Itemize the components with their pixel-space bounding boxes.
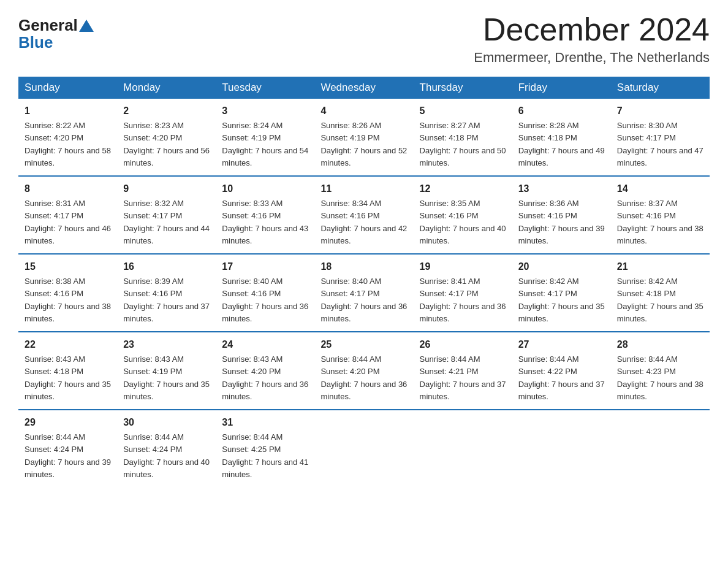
day-info: Sunrise: 8:39 AMSunset: 4:16 PMDaylight:…	[123, 277, 210, 323]
calendar-cell: 22 Sunrise: 8:43 AMSunset: 4:18 PMDaylig…	[18, 332, 117, 410]
calendar-cell: 17 Sunrise: 8:40 AMSunset: 4:16 PMDaylig…	[216, 254, 314, 332]
week-row-3: 22 Sunrise: 8:43 AMSunset: 4:18 PMDaylig…	[18, 332, 710, 410]
day-info: Sunrise: 8:22 AMSunset: 4:20 PMDaylight:…	[25, 121, 111, 167]
header-day-thursday: Thursday	[414, 77, 512, 99]
calendar-cell	[512, 410, 611, 487]
day-info: Sunrise: 8:41 AMSunset: 4:17 PMDaylight:…	[420, 277, 506, 323]
day-number: 8	[25, 182, 111, 196]
day-info: Sunrise: 8:44 AMSunset: 4:22 PMDaylight:…	[518, 354, 605, 401]
week-row-2: 15 Sunrise: 8:38 AMSunset: 4:16 PMDaylig…	[18, 254, 710, 332]
calendar-cell: 7 Sunrise: 8:30 AMSunset: 4:17 PMDayligh…	[611, 99, 710, 176]
day-info: Sunrise: 8:24 AMSunset: 4:19 PMDaylight:…	[222, 121, 308, 167]
calendar-cell: 30 Sunrise: 8:44 AMSunset: 4:24 PMDaylig…	[117, 410, 216, 487]
logo: General Blue	[18, 17, 95, 52]
day-info: Sunrise: 8:44 AMSunset: 4:24 PMDaylight:…	[25, 432, 111, 479]
day-number: 10	[222, 182, 308, 196]
day-info: Sunrise: 8:42 AMSunset: 4:17 PMDaylight:…	[518, 277, 605, 323]
day-info: Sunrise: 8:43 AMSunset: 4:18 PMDaylight:…	[25, 354, 111, 401]
day-number: 22	[25, 337, 111, 352]
day-number: 3	[222, 104, 308, 118]
day-info: Sunrise: 8:44 AMSunset: 4:20 PMDaylight:…	[320, 354, 407, 401]
day-info: Sunrise: 8:40 AMSunset: 4:17 PMDaylight:…	[320, 277, 407, 323]
day-number: 9	[123, 182, 210, 196]
header: General Blue December 2024 Emmermeer, Dr…	[18, 12, 710, 66]
day-number: 5	[420, 104, 506, 118]
day-info: Sunrise: 8:44 AMSunset: 4:21 PMDaylight:…	[420, 354, 506, 401]
day-number: 29	[25, 415, 111, 430]
calendar-cell: 25 Sunrise: 8:44 AMSunset: 4:20 PMDaylig…	[314, 332, 413, 410]
day-info: Sunrise: 8:43 AMSunset: 4:20 PMDaylight:…	[222, 354, 308, 401]
day-number: 23	[123, 337, 210, 352]
day-number: 6	[518, 104, 605, 118]
day-number: 27	[518, 337, 605, 352]
day-number: 30	[123, 415, 210, 430]
calendar-cell: 9 Sunrise: 8:32 AMSunset: 4:17 PMDayligh…	[117, 176, 216, 254]
header-row: SundayMondayTuesdayWednesdayThursdayFrid…	[18, 77, 710, 99]
logo-blue-text: Blue	[18, 33, 53, 52]
header-day-wednesday: Wednesday	[314, 77, 413, 99]
header-day-sunday: Sunday	[18, 77, 117, 99]
title-area: December 2024 Emmermeer, Drenthe, The Ne…	[474, 12, 710, 66]
day-number: 17	[222, 259, 308, 274]
calendar-cell: 3 Sunrise: 8:24 AMSunset: 4:19 PMDayligh…	[216, 99, 314, 176]
calendar-cell: 20 Sunrise: 8:42 AMSunset: 4:17 PMDaylig…	[512, 254, 611, 332]
calendar-cell: 16 Sunrise: 8:39 AMSunset: 4:16 PMDaylig…	[117, 254, 216, 332]
calendar-table: SundayMondayTuesdayWednesdayThursdayFrid…	[18, 77, 710, 487]
day-info: Sunrise: 8:33 AMSunset: 4:16 PMDaylight:…	[222, 199, 308, 245]
day-number: 26	[420, 337, 506, 352]
day-number: 16	[123, 259, 210, 274]
calendar-cell: 5 Sunrise: 8:27 AMSunset: 4:18 PMDayligh…	[414, 99, 512, 176]
logo-triangle-icon	[79, 20, 94, 32]
header-day-friday: Friday	[512, 77, 611, 99]
day-info: Sunrise: 8:30 AMSunset: 4:17 PMDaylight:…	[617, 121, 703, 167]
day-number: 18	[320, 259, 407, 274]
calendar-cell: 10 Sunrise: 8:33 AMSunset: 4:16 PMDaylig…	[216, 176, 314, 254]
day-number: 13	[518, 182, 605, 196]
day-number: 7	[617, 104, 703, 118]
day-info: Sunrise: 8:32 AMSunset: 4:17 PMDaylight:…	[123, 199, 210, 245]
calendar-cell: 24 Sunrise: 8:43 AMSunset: 4:20 PMDaylig…	[216, 332, 314, 410]
calendar-cell: 23 Sunrise: 8:43 AMSunset: 4:19 PMDaylig…	[117, 332, 216, 410]
day-info: Sunrise: 8:36 AMSunset: 4:16 PMDaylight:…	[518, 199, 605, 245]
day-info: Sunrise: 8:44 AMSunset: 4:24 PMDaylight:…	[123, 432, 210, 479]
day-number: 1	[25, 104, 111, 118]
week-row-4: 29 Sunrise: 8:44 AMSunset: 4:24 PMDaylig…	[18, 410, 710, 487]
header-day-monday: Monday	[117, 77, 216, 99]
month-title: December 2024	[474, 12, 710, 47]
calendar-cell	[611, 410, 710, 487]
header-day-saturday: Saturday	[611, 77, 710, 99]
day-info: Sunrise: 8:37 AMSunset: 4:16 PMDaylight:…	[617, 199, 703, 245]
calendar-cell: 19 Sunrise: 8:41 AMSunset: 4:17 PMDaylig…	[414, 254, 512, 332]
day-number: 12	[420, 182, 506, 196]
calendar-cell: 8 Sunrise: 8:31 AMSunset: 4:17 PMDayligh…	[18, 176, 117, 254]
calendar-cell: 31 Sunrise: 8:44 AMSunset: 4:25 PMDaylig…	[216, 410, 314, 487]
day-number: 31	[222, 415, 308, 430]
day-info: Sunrise: 8:23 AMSunset: 4:20 PMDaylight:…	[123, 121, 210, 167]
calendar-cell: 29 Sunrise: 8:44 AMSunset: 4:24 PMDaylig…	[18, 410, 117, 487]
calendar-cell: 1 Sunrise: 8:22 AMSunset: 4:20 PMDayligh…	[18, 99, 117, 176]
calendar-cell: 2 Sunrise: 8:23 AMSunset: 4:20 PMDayligh…	[117, 99, 216, 176]
calendar-cell: 4 Sunrise: 8:26 AMSunset: 4:19 PMDayligh…	[314, 99, 413, 176]
calendar-cell: 13 Sunrise: 8:36 AMSunset: 4:16 PMDaylig…	[512, 176, 611, 254]
day-info: Sunrise: 8:40 AMSunset: 4:16 PMDaylight:…	[222, 277, 308, 323]
calendar-cell: 11 Sunrise: 8:34 AMSunset: 4:16 PMDaylig…	[314, 176, 413, 254]
day-number: 15	[25, 259, 111, 274]
day-info: Sunrise: 8:27 AMSunset: 4:18 PMDaylight:…	[420, 121, 506, 167]
day-info: Sunrise: 8:35 AMSunset: 4:16 PMDaylight:…	[420, 199, 506, 245]
calendar-cell	[414, 410, 512, 487]
day-info: Sunrise: 8:44 AMSunset: 4:25 PMDaylight:…	[222, 432, 308, 479]
calendar-cell: 21 Sunrise: 8:42 AMSunset: 4:18 PMDaylig…	[611, 254, 710, 332]
day-number: 19	[420, 259, 506, 274]
day-number: 24	[222, 337, 308, 352]
day-info: Sunrise: 8:31 AMSunset: 4:17 PMDaylight:…	[25, 199, 111, 245]
day-number: 21	[617, 259, 703, 274]
location-title: Emmermeer, Drenthe, The Netherlands	[474, 50, 710, 66]
day-info: Sunrise: 8:44 AMSunset: 4:23 PMDaylight:…	[617, 354, 703, 401]
calendar-cell: 26 Sunrise: 8:44 AMSunset: 4:21 PMDaylig…	[414, 332, 512, 410]
calendar-cell: 12 Sunrise: 8:35 AMSunset: 4:16 PMDaylig…	[414, 176, 512, 254]
day-number: 2	[123, 104, 210, 118]
day-number: 4	[320, 104, 407, 118]
calendar-cell	[314, 410, 413, 487]
calendar-cell: 14 Sunrise: 8:37 AMSunset: 4:16 PMDaylig…	[611, 176, 710, 254]
day-info: Sunrise: 8:38 AMSunset: 4:16 PMDaylight:…	[25, 277, 111, 323]
